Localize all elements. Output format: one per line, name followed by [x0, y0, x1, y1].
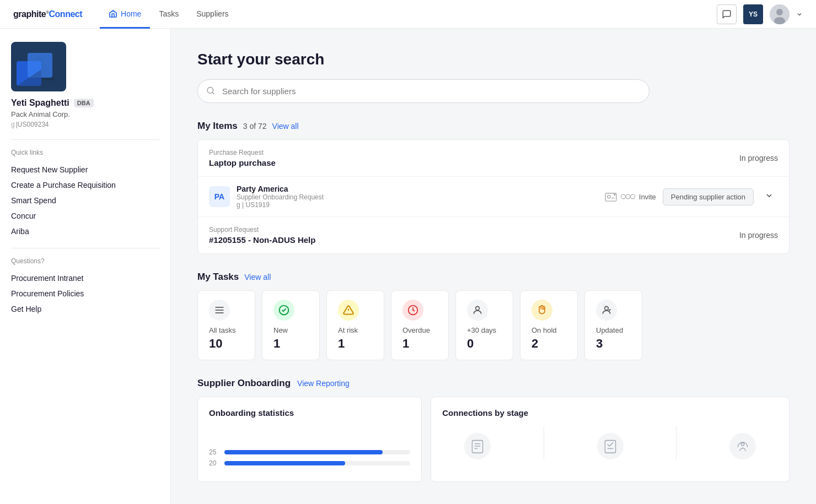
sidebar-item-procurement-policies[interactable]: Procurement Policies	[11, 286, 159, 301]
chart-bar-2	[224, 461, 345, 465]
my-items-count: 3 of 72	[243, 122, 267, 131]
sidebar-item-ariba[interactable]: Ariba	[11, 224, 159, 239]
chat-button[interactable]	[717, 4, 737, 24]
item-info-support: Support Request #1205155 - Non-ADUS Help	[209, 226, 739, 245]
chart-value-25: 25	[209, 448, 220, 456]
search-icon	[206, 86, 215, 96]
task-cards: All tasks 10 New 1 At risk	[197, 290, 790, 360]
plus-30-count: 0	[467, 337, 502, 351]
sidebar-item-request-new-supplier[interactable]: Request New Supplier	[11, 162, 159, 177]
updated-count: 3	[596, 337, 631, 351]
sidebar-item-create-purchase-requisition[interactable]: Create a Purchase Requisition	[11, 177, 159, 193]
onboarding-stats-card: Onboarding statistics 25 20	[197, 397, 422, 482]
task-card-on-hold[interactable]: On hold 2	[520, 290, 578, 360]
connection-divider-2	[676, 426, 677, 459]
nav-home-label: Home	[121, 9, 141, 18]
sidebar-item-smart-spend[interactable]: Smart Spend	[11, 193, 159, 208]
task-card-new[interactable]: New 1	[262, 290, 320, 360]
nav-tasks-label: Tasks	[159, 9, 179, 18]
svg-point-14	[621, 194, 625, 199]
connection-stage-3	[729, 433, 756, 459]
dba-badge: DBA	[74, 99, 94, 107]
sidebar: Yeti Spaghetti DBA Pack Animal Corp. g|U…	[0, 29, 171, 504]
item-row-support: Support Request #1205155 - Non-ADUS Help…	[198, 217, 789, 253]
sidebar-item-concur[interactable]: Concur	[11, 208, 159, 224]
avatar[interactable]	[770, 4, 790, 24]
connections-title: Connections by stage	[442, 408, 778, 418]
user-button[interactable]: YS	[743, 4, 763, 24]
invite-area: Invite	[605, 192, 656, 202]
connection-divider-1	[544, 426, 544, 459]
svg-point-1	[776, 9, 783, 15]
plus-30-label: +30 days	[467, 326, 502, 334]
sidebar-item-procurement-intranet[interactable]: Procurement Intranet	[11, 270, 159, 286]
my-items-container: Purchase Request Laptop purchase In prog…	[197, 139, 790, 254]
at-risk-count: 1	[338, 337, 373, 351]
sidebar-logo-area: Yeti Spaghetti DBA Pack Animal Corp. g|U…	[11, 42, 159, 128]
main-content: Start your search My Items 3 of 72 View …	[171, 29, 816, 504]
pending-badge[interactable]: Pending supplier action	[663, 188, 754, 205]
onboarding-cards: Onboarding statistics 25 20	[197, 397, 790, 482]
navbar: graphite®Connect Home Tasks Suppliers YS	[0, 0, 816, 29]
svg-point-26	[605, 306, 609, 310]
connections-area	[442, 426, 778, 459]
item-row-laptop: Purchase Request Laptop purchase In prog…	[198, 140, 789, 177]
my-items-header: My Items 3 of 72 View all	[197, 121, 790, 132]
onboarding-stats-title: Onboarding statistics	[209, 408, 410, 418]
task-card-plus-30[interactable]: +30 days 0	[455, 290, 513, 360]
my-tasks-header: My Tasks View all	[197, 272, 790, 283]
task-card-updated[interactable]: Updated 3	[584, 290, 642, 360]
nav-link-suppliers[interactable]: Suppliers	[187, 0, 237, 29]
questions-title: Questions?	[11, 257, 159, 265]
sidebar-item-get-help[interactable]: Get Help	[11, 301, 159, 317]
chart-bar-1	[224, 450, 383, 454]
company-logo	[11, 42, 66, 91]
item-name-support: #1205155 - Non-ADUS Help	[209, 235, 739, 245]
chart-area: 25 20	[209, 426, 410, 470]
invite-label: Invite	[639, 193, 656, 201]
expand-button[interactable]	[760, 189, 778, 204]
task-card-overdue[interactable]: Overdue 1	[391, 290, 449, 360]
supplier-name: Party America	[237, 185, 598, 193]
all-tasks-label: All tasks	[209, 326, 244, 334]
my-items-view-all[interactable]: View all	[272, 122, 299, 131]
all-tasks-icon	[209, 300, 230, 321]
search-bar-wrapper	[197, 79, 790, 103]
chart-bar-bg-2	[224, 461, 410, 465]
svg-point-15	[626, 194, 630, 199]
item-info-laptop: Purchase Request Laptop purchase	[209, 149, 739, 167]
chat-icon	[722, 9, 732, 19]
item-type-laptop: Purchase Request	[209, 149, 739, 156]
my-tasks-title: My Tasks	[197, 272, 239, 283]
on-hold-label: On hold	[532, 326, 566, 334]
svg-line-9	[212, 92, 214, 94]
nav-link-home[interactable]: Home	[100, 0, 150, 29]
updated-label: Updated	[596, 326, 631, 334]
task-card-all-tasks[interactable]: All tasks 10	[197, 290, 255, 360]
svg-point-33	[742, 443, 744, 446]
my-items-title: My Items	[197, 121, 238, 132]
connections-card: Connections by stage	[431, 397, 790, 482]
divider-1	[11, 139, 159, 140]
chain-icon	[620, 193, 636, 200]
view-reporting-link[interactable]: View Reporting	[297, 379, 350, 388]
search-input[interactable]	[197, 79, 649, 103]
svg-rect-31	[605, 441, 615, 453]
task-card-at-risk[interactable]: At risk 1	[326, 290, 384, 360]
overdue-label: Overdue	[402, 326, 437, 334]
supplier-actions: Invite Pending supplier action	[605, 188, 778, 205]
user-initials: YS	[749, 10, 758, 18]
nav-links: Home Tasks Suppliers	[100, 0, 717, 28]
divider-2	[11, 248, 159, 248]
on-hold-icon	[532, 300, 552, 321]
new-icon	[273, 300, 294, 321]
search-title: Start your search	[197, 51, 790, 68]
svg-rect-27	[473, 441, 483, 453]
connection-icon-1	[464, 433, 491, 459]
overdue-count: 1	[402, 337, 437, 351]
nav-link-tasks[interactable]: Tasks	[150, 0, 187, 29]
item-status-laptop: In progress	[739, 154, 778, 162]
svg-point-11	[607, 195, 610, 198]
page-layout: Yeti Spaghetti DBA Pack Animal Corp. g|U…	[0, 29, 816, 504]
my-tasks-view-all[interactable]: View all	[244, 273, 271, 281]
